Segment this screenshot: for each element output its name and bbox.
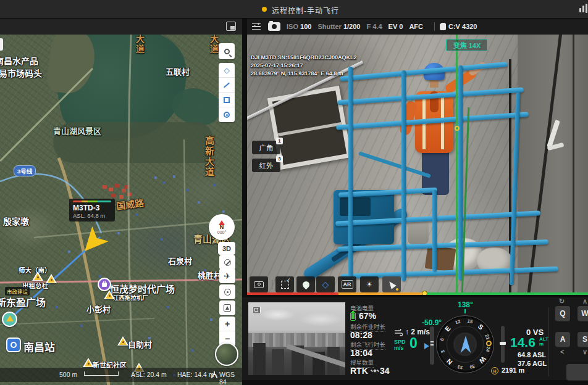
map-edge-button[interactable] xyxy=(0,38,3,51)
map-label: 交易市场码头 xyxy=(0,67,42,79)
home-distance: 2191 m xyxy=(502,366,524,374)
pin-diamond-button[interactable]: ◇ xyxy=(316,276,335,292)
scaffold-pole xyxy=(573,35,574,295)
map-label: 新东盈广场 xyxy=(0,294,46,309)
sd-card-icon xyxy=(440,23,446,30)
lift-post xyxy=(348,67,353,284)
throttle-marker xyxy=(500,342,506,345)
key-s[interactable]: S xyxy=(578,332,588,347)
map-panel-header xyxy=(0,19,242,35)
mall-marker[interactable] xyxy=(98,278,111,291)
swap-view-icon[interactable] xyxy=(226,22,236,31)
poi-triangle-marker[interactable] xyxy=(117,336,128,346)
lens-wide-button[interactable]: 广角 1 xyxy=(252,141,280,154)
asl-readout: ASL: 20.4 m xyxy=(131,371,167,378)
poi-triangle-marker[interactable] xyxy=(46,274,57,283)
map-zoom-controls: + − xyxy=(219,317,235,346)
poi-triangle-marker[interactable] xyxy=(104,290,115,299)
lift-post xyxy=(432,190,437,271)
locate-aircraft-button[interactable]: ✈ xyxy=(219,268,235,283)
preview-clouds xyxy=(248,302,345,333)
map-info-bar: 500 m ASL: 20.4 m HAE: 14.4 m WGS 84 xyxy=(0,368,242,382)
drone-map-label[interactable]: M3TD-3 ASL: 64.8 m xyxy=(69,199,115,221)
timestamp: 2025-07-17 15:26:17 xyxy=(251,62,357,70)
lens-ir-button[interactable]: 红外 3 xyxy=(252,159,280,172)
map-label: 青山湖风景区 xyxy=(53,125,101,136)
focus-mode[interactable]: AFC xyxy=(409,23,423,30)
flight-time-value: 18:04 xyxy=(350,348,372,358)
key-space[interactable] xyxy=(566,364,588,380)
preview-buildings xyxy=(253,343,266,375)
carabiner xyxy=(455,126,460,131)
shutter-value[interactable]: 1/200 xyxy=(343,23,361,30)
camera-settings-bar: ISO 100 Shutter 1/200 F 4.4 EV 0 AFC C:V… xyxy=(247,19,588,35)
iso-value[interactable]: 100 xyxy=(300,23,311,30)
home-icon: H xyxy=(491,367,498,375)
camera-menu-icon[interactable] xyxy=(252,23,261,30)
grid-check-button[interactable]: ✓ xyxy=(275,276,294,292)
chevron-left-icon: < xyxy=(560,348,564,355)
zoom-level-badge: 变焦 14X xyxy=(446,39,488,51)
preview-road xyxy=(286,344,345,370)
datum-icon xyxy=(211,371,217,378)
timeline-marker[interactable] xyxy=(422,291,427,295)
fit-view-button[interactable] xyxy=(219,300,235,315)
secondary-camera-preview[interactable] xyxy=(248,302,345,375)
metro-station-marker[interactable] xyxy=(6,337,21,352)
map-3d-button[interactable]: 3D xyxy=(218,242,235,255)
map-search-button[interactable] xyxy=(219,43,235,59)
drone-info-overlay: DJI M3TD SN:1581F6QRD23CJ00AQKL2 2025-07… xyxy=(251,54,357,78)
bucket xyxy=(408,220,429,244)
zoom-in-button[interactable]: + xyxy=(219,317,235,331)
capture-settings-button[interactable] xyxy=(250,276,268,292)
aperture-value[interactable]: F 4.4 xyxy=(366,23,382,30)
map-clear-button[interactable] xyxy=(219,255,235,270)
key-q[interactable]: Q xyxy=(555,306,570,321)
drone-name: M3TD-3 xyxy=(73,204,111,212)
gimbal-pitch-value: -50.9° xyxy=(422,318,442,327)
ev-value[interactable]: EV 0 xyxy=(388,23,403,30)
map-compass-widget[interactable]: N 000° xyxy=(209,214,235,240)
key-a[interactable]: A xyxy=(555,332,570,347)
preview-source-icon xyxy=(253,306,261,314)
drone-status-bar xyxy=(73,201,111,202)
poi-triangle-marker[interactable] xyxy=(32,271,43,281)
camera-icon[interactable] xyxy=(268,22,280,31)
draw-circle-tool[interactable] xyxy=(219,107,235,122)
iso-label[interactable]: ISO xyxy=(287,23,298,30)
timeline-bar-red xyxy=(247,292,338,296)
home-point-marker[interactable] xyxy=(2,312,17,327)
compass-rose[interactable]: N 3 6 E 12 15 S 21 24 W 30 33 xyxy=(436,315,494,373)
draw-polygon-tool[interactable] xyxy=(219,93,235,107)
map-draw-tools: ◇ xyxy=(219,63,235,122)
map-view[interactable]: 南昌水产品 交易市场码头 五联村 青山湖风景区 大道 大道 高新大道 国威路 殷… xyxy=(0,35,242,385)
shutter-label[interactable]: Shutter xyxy=(317,23,342,30)
storage-value[interactable]: C:V 4320 xyxy=(448,23,477,30)
draw-line-tool[interactable] xyxy=(219,78,235,93)
alt-unit: ALTm xyxy=(539,337,548,347)
pointer-button[interactable] xyxy=(382,276,401,292)
divider xyxy=(434,22,435,31)
map-label: 五联村 xyxy=(166,65,190,77)
map-road-label: 高新大道 xyxy=(203,136,216,178)
work-time-value: 08:28 xyxy=(350,330,372,340)
status-dot-icon xyxy=(262,7,267,12)
video-feed[interactable]: DJI M3TD SN:1581F6QRD23CJ00AQKL2 2025-07… xyxy=(247,35,588,295)
signal-bars-icon[interactable] xyxy=(578,0,588,19)
map-label: 江西拖拉机厂 xyxy=(113,293,148,302)
key-w[interactable]: W xyxy=(578,306,588,321)
home-direction-dot xyxy=(486,341,492,346)
poi-triangle-marker[interactable] xyxy=(83,358,94,367)
my-location-button[interactable] xyxy=(219,284,235,299)
map-label: 南昌水产品 xyxy=(0,54,38,67)
draw-point-tool[interactable]: ◇ xyxy=(219,63,235,78)
poi-pin-button[interactable] xyxy=(296,276,315,292)
worker-neck xyxy=(430,80,439,88)
battery-icon xyxy=(350,312,356,321)
ar-button[interactable]: AR xyxy=(338,276,356,292)
map-layer-thumbnail[interactable] xyxy=(215,342,238,366)
lift-machine-box xyxy=(334,190,394,244)
beacon-button[interactable]: ☀ xyxy=(360,276,379,292)
map-label: 桃胜村 xyxy=(198,269,222,281)
rtk-label: RTK xyxy=(350,366,368,376)
